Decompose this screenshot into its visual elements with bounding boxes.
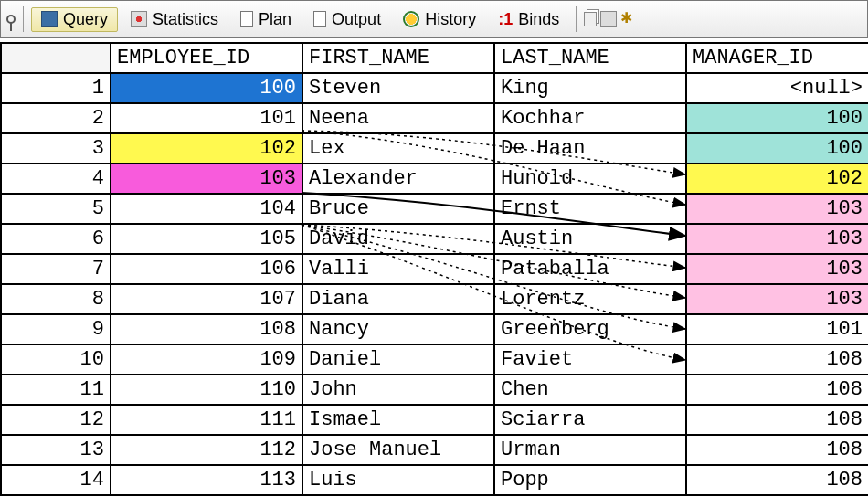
cell-rownum[interactable]: 13 bbox=[1, 435, 111, 465]
cell-first-name[interactable]: Alexander bbox=[302, 164, 494, 194]
col-rownum[interactable] bbox=[1, 43, 111, 73]
cell-employee-id[interactable]: 108 bbox=[111, 314, 302, 344]
cell-rownum[interactable]: 6 bbox=[1, 224, 111, 254]
cell-first-name[interactable]: Jose Manuel bbox=[302, 435, 494, 465]
cell-rownum[interactable]: 8 bbox=[1, 284, 111, 314]
cell-employee-id[interactable]: 109 bbox=[111, 344, 302, 375]
cell-first-name[interactable]: Ismael bbox=[302, 405, 494, 435]
cell-last-name[interactable]: Chen bbox=[494, 375, 686, 405]
cell-last-name[interactable]: Hunold bbox=[494, 164, 686, 194]
cell-rownum[interactable]: 4 bbox=[1, 164, 111, 194]
cell-manager-id[interactable]: 103 bbox=[686, 224, 868, 254]
cell-rownum[interactable]: 9 bbox=[1, 314, 111, 344]
cell-rownum[interactable]: 1 bbox=[1, 73, 111, 103]
copy-icon[interactable] bbox=[584, 12, 597, 26]
insert-row-icon[interactable] bbox=[600, 11, 617, 27]
table-row[interactable]: 3102LexDe Haan100 bbox=[1, 133, 868, 164]
result-table[interactable]: EMPLOYEE_ID FIRST_NAME LAST_NAME MANAGER… bbox=[0, 42, 868, 496]
cell-manager-id[interactable]: 108 bbox=[686, 465, 868, 495]
cell-employee-id[interactable]: 111 bbox=[111, 405, 302, 435]
cell-last-name[interactable]: Kochhar bbox=[494, 103, 686, 133]
cell-last-name[interactable]: Sciarra bbox=[494, 405, 686, 435]
cell-manager-id[interactable]: 103 bbox=[686, 254, 868, 284]
table-row[interactable]: 5104BruceErnst103 bbox=[1, 194, 868, 224]
cell-manager-id[interactable]: 108 bbox=[686, 344, 868, 375]
cell-employee-id[interactable]: 106 bbox=[111, 254, 302, 284]
tab-statistics[interactable]: Statistics bbox=[122, 8, 228, 31]
pin-icon[interactable] bbox=[6, 15, 16, 24]
cell-last-name[interactable]: Austin bbox=[494, 224, 686, 254]
tab-query[interactable]: Query bbox=[31, 7, 118, 32]
cell-manager-id[interactable]: 103 bbox=[686, 284, 868, 314]
cell-employee-id[interactable]: 110 bbox=[111, 375, 302, 405]
cell-first-name[interactable]: John bbox=[302, 375, 494, 405]
cell-first-name[interactable]: Nancy bbox=[302, 314, 494, 344]
cell-last-name[interactable]: Faviet bbox=[494, 344, 686, 375]
cell-first-name[interactable]: David bbox=[302, 224, 494, 254]
cell-rownum[interactable]: 2 bbox=[1, 103, 111, 133]
cell-rownum[interactable]: 3 bbox=[1, 133, 111, 164]
cell-last-name[interactable]: Ernst bbox=[494, 194, 686, 224]
cell-first-name[interactable]: Neena bbox=[302, 103, 494, 133]
table-row[interactable]: 6105DavidAustin103 bbox=[1, 224, 868, 254]
cell-first-name[interactable]: Bruce bbox=[302, 194, 494, 224]
cell-manager-id[interactable]: 100 bbox=[686, 133, 868, 164]
cell-first-name[interactable]: Daniel bbox=[302, 344, 494, 375]
cell-employee-id[interactable]: 104 bbox=[111, 194, 302, 224]
cell-rownum[interactable]: 10 bbox=[1, 344, 111, 375]
col-employee-id[interactable]: EMPLOYEE_ID bbox=[111, 43, 302, 73]
table-row[interactable]: 4103AlexanderHunold102 bbox=[1, 164, 868, 194]
cell-employee-id[interactable]: 103 bbox=[111, 164, 302, 194]
cell-employee-id[interactable]: 100 bbox=[111, 73, 302, 103]
cell-first-name[interactable]: Diana bbox=[302, 284, 494, 314]
table-row[interactable]: 1100StevenKing<null> bbox=[1, 73, 868, 103]
cell-last-name[interactable]: Popp bbox=[494, 465, 686, 495]
cell-last-name[interactable]: King bbox=[494, 73, 686, 103]
cell-employee-id[interactable]: 102 bbox=[111, 133, 302, 164]
cell-rownum[interactable]: 12 bbox=[1, 405, 111, 435]
star-icon[interactable]: ✱ bbox=[620, 11, 637, 27]
cell-rownum[interactable]: 14 bbox=[1, 465, 111, 495]
cell-employee-id[interactable]: 107 bbox=[111, 284, 302, 314]
tab-output[interactable]: Output bbox=[304, 8, 390, 31]
cell-employee-id[interactable]: 101 bbox=[111, 103, 302, 133]
cell-last-name[interactable]: Urman bbox=[494, 435, 686, 465]
table-row[interactable]: 9108NancyGreenberg101 bbox=[1, 314, 868, 344]
cell-employee-id[interactable]: 105 bbox=[111, 224, 302, 254]
tab-history[interactable]: History bbox=[394, 8, 485, 31]
tab-binds[interactable]: :1 Binds bbox=[489, 8, 568, 31]
cell-first-name[interactable]: Valli bbox=[302, 254, 494, 284]
cell-employee-id[interactable]: 112 bbox=[111, 435, 302, 465]
cell-last-name[interactable]: Lorentz bbox=[494, 284, 686, 314]
cell-first-name[interactable]: Lex bbox=[302, 133, 494, 164]
cell-last-name[interactable]: De Haan bbox=[494, 133, 686, 164]
cell-first-name[interactable]: Luis bbox=[302, 465, 494, 495]
col-first-name[interactable]: FIRST_NAME bbox=[302, 43, 494, 73]
cell-manager-id[interactable]: 100 bbox=[686, 103, 868, 133]
cell-manager-id[interactable]: 102 bbox=[686, 164, 868, 194]
cell-employee-id[interactable]: 113 bbox=[111, 465, 302, 495]
tab-plan[interactable]: Plan bbox=[231, 8, 301, 31]
cell-manager-id[interactable]: 108 bbox=[686, 375, 868, 405]
table-row[interactable]: 7106ValliPataballa103 bbox=[1, 254, 868, 284]
col-last-name[interactable]: LAST_NAME bbox=[494, 43, 686, 73]
cell-manager-id[interactable]: 108 bbox=[686, 435, 868, 465]
table-row[interactable]: 13112Jose ManuelUrman108 bbox=[1, 435, 868, 465]
table-row[interactable]: 12111IsmaelSciarra108 bbox=[1, 405, 868, 435]
table-row[interactable]: 8107DianaLorentz103 bbox=[1, 284, 868, 314]
table-row[interactable]: 11110JohnChen108 bbox=[1, 375, 868, 405]
table-row[interactable]: 10109DanielFaviet108 bbox=[1, 344, 868, 375]
cell-manager-id[interactable]: 103 bbox=[686, 194, 868, 224]
cell-rownum[interactable]: 7 bbox=[1, 254, 111, 284]
col-manager-id[interactable]: MANAGER_ID bbox=[686, 43, 868, 73]
cell-manager-id[interactable]: 108 bbox=[686, 405, 868, 435]
cell-rownum[interactable]: 11 bbox=[1, 375, 111, 405]
table-row[interactable]: 14113LuisPopp108 bbox=[1, 465, 868, 495]
table-row[interactable]: 2101NeenaKochhar100 bbox=[1, 103, 868, 133]
cell-last-name[interactable]: Greenberg bbox=[494, 314, 686, 344]
cell-rownum[interactable]: 5 bbox=[1, 194, 111, 224]
cell-manager-id[interactable]: 101 bbox=[686, 314, 868, 344]
cell-last-name[interactable]: Pataballa bbox=[494, 254, 686, 284]
cell-manager-id[interactable]: <null> bbox=[686, 73, 868, 103]
cell-first-name[interactable]: Steven bbox=[302, 73, 494, 103]
